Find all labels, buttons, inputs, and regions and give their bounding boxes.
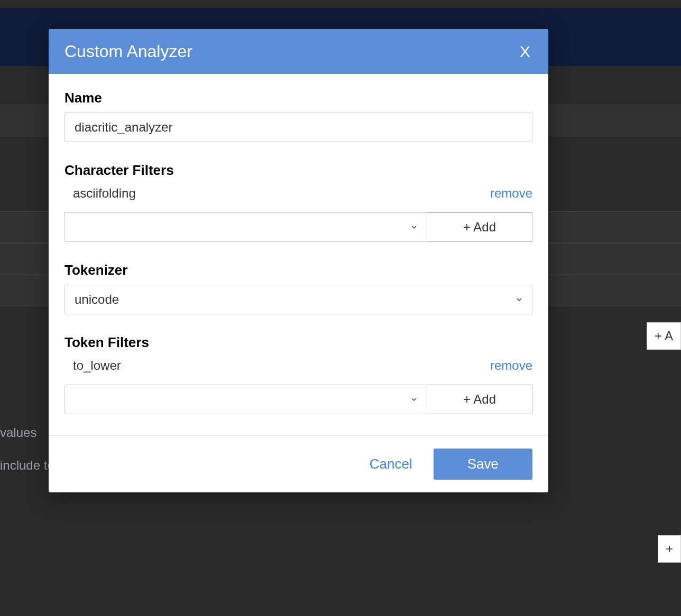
token-filters-section: Token Filters to_lower remove + Add: [65, 334, 532, 414]
custom-analyzer-modal: Custom Analyzer X Name Character Filters…: [49, 29, 548, 492]
character-filter-name: asciifolding: [73, 186, 136, 201]
name-section: Name: [65, 90, 532, 142]
character-filter-row: asciifolding remove: [65, 185, 532, 208]
add-character-filter-button[interactable]: + Add: [427, 212, 532, 242]
character-filter-add-row: + Add: [65, 212, 532, 242]
token-filter-name: to_lower: [73, 358, 121, 373]
bg-text: values: [0, 425, 36, 440]
name-input[interactable]: [65, 113, 532, 142]
tokenizer-section: Tokenizer unicode: [65, 262, 532, 314]
tokenizer-select-value: unicode: [75, 292, 119, 307]
cancel-button[interactable]: Cancel: [370, 456, 412, 472]
tokenizer-label: Tokenizer: [65, 262, 532, 278]
modal-title: Custom Analyzer: [65, 42, 192, 61]
character-filter-select[interactable]: [65, 212, 427, 242]
save-button[interactable]: Save: [434, 449, 532, 480]
close-button[interactable]: X: [518, 43, 532, 61]
chevron-down-icon: [515, 295, 523, 304]
character-filters-label: Character Filters: [65, 162, 532, 179]
modal-header: Custom Analyzer X: [49, 29, 548, 74]
bg-add-button-label: +: [666, 542, 673, 556]
character-filters-section: Character Filters asciifolding remove + …: [65, 162, 532, 242]
modal-body: Name Character Filters asciifolding remo…: [49, 74, 548, 435]
token-filter-add-row: + Add: [65, 385, 532, 414]
bg-add-button: +: [658, 535, 681, 563]
token-filter-select[interactable]: [65, 385, 427, 414]
bg-text: include te: [0, 458, 54, 473]
token-filters-label: Token Filters: [65, 334, 532, 351]
token-filter-row: to_lower remove: [65, 357, 532, 380]
tokenizer-select[interactable]: unicode: [65, 285, 532, 314]
add-token-filter-button[interactable]: + Add: [427, 385, 532, 414]
bg-add-button-label: + A: [655, 329, 673, 343]
modal-footer: Cancel Save: [49, 435, 548, 492]
remove-character-filter-link[interactable]: remove: [490, 186, 532, 201]
chevron-down-icon: [410, 223, 418, 231]
chevron-down-icon: [410, 395, 418, 404]
remove-token-filter-link[interactable]: remove: [490, 358, 532, 373]
name-label: Name: [65, 90, 532, 106]
bg-add-button: + A: [647, 322, 681, 350]
